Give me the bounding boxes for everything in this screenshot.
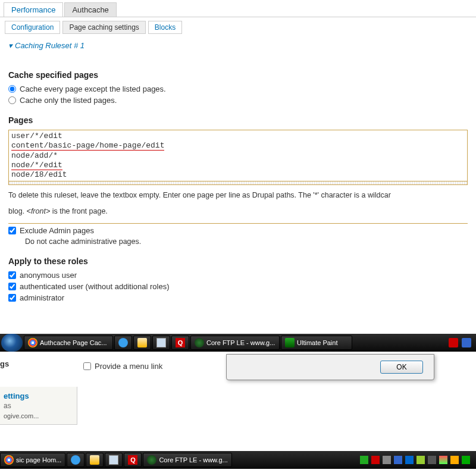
primary-tabs: Performance Authcache (0, 0, 476, 17)
task-coreftp-lower[interactable]: Core FTP LE - www.g... (143, 453, 232, 467)
task-ultimatepaint-label: Ultimate Paint (297, 339, 337, 346)
chrome-icon (4, 455, 14, 465)
task-ie-lower[interactable] (67, 453, 84, 467)
task-calc[interactable] (152, 336, 170, 350)
exclude-admin-desc: Do not cache administrative pages. (25, 237, 468, 246)
role-auth-label: authenticated user (without additional r… (20, 282, 169, 291)
pages-title: Pages (8, 115, 468, 125)
tray-upper (449, 338, 474, 347)
folder-icon (90, 455, 99, 465)
settings-url: ogive.com... (4, 412, 73, 419)
tray-lime-icon[interactable] (416, 456, 425, 464)
quicken-icon: Q (176, 338, 185, 347)
task-authcache-label: Authcache Page Cac... (40, 339, 107, 346)
ie-icon (71, 455, 80, 465)
start-button[interactable] (1, 334, 23, 352)
task-quicken[interactable]: Q (171, 336, 189, 350)
task-quicken-lower[interactable]: Q (124, 453, 142, 467)
radio-only-row[interactable]: Cache only the listed pages. (8, 96, 468, 105)
task-coreftp[interactable]: Core FTP LE - www.g... (190, 336, 280, 350)
tray-dark-icon[interactable] (428, 456, 436, 464)
pages-line-5: node/18/edit (11, 170, 465, 180)
checkbox-exclude-admin[interactable] (8, 227, 16, 234)
calculator-icon (109, 455, 118, 465)
tray-excel-icon[interactable] (462, 456, 470, 464)
ruleset-legend-text: Caching Ruleset # 1 (15, 41, 84, 50)
task-calc-lower[interactable] (105, 453, 123, 467)
tray-blue-icon[interactable] (394, 456, 402, 464)
textarea-resize-grip[interactable] (8, 181, 468, 185)
tray-gray-icon[interactable] (383, 456, 391, 464)
task-explorer[interactable] (133, 336, 151, 350)
ok-button[interactable]: OK (380, 361, 423, 374)
tray-red-icon[interactable] (371, 456, 380, 464)
radio-cache-except-label: Cache every page except the listed pages… (20, 84, 166, 93)
globe-icon (147, 455, 156, 465)
exclude-admin-row[interactable]: Exclude Admin pages (8, 226, 468, 235)
paint-icon (285, 338, 295, 347)
tray-green-icon[interactable] (360, 456, 368, 464)
settings-sidebar: ettings as ogive.com... (0, 387, 77, 425)
task-explorer-lower[interactable] (86, 453, 104, 467)
gs-label: gs (0, 359, 9, 368)
pages-line-2: content/basic-page/home-page/edit (11, 141, 465, 151)
ie-icon (118, 338, 128, 347)
subtab-page-caching[interactable]: Page caching settings (62, 21, 145, 34)
tray-lower (360, 456, 474, 464)
tray-blue2-icon[interactable] (405, 456, 414, 464)
pages-line-3: node/add/* (11, 151, 465, 161)
menu-link-label: Provide a menu link (95, 362, 162, 371)
taskbar-upper: Authcache Page Cac... Q Core FTP LE - ww… (0, 334, 476, 352)
chrome-icon (28, 338, 37, 347)
tray-multi-icon[interactable] (439, 456, 447, 464)
folder-icon (137, 338, 147, 347)
pages-help-2: blog. <front> is the front page. (8, 206, 468, 217)
pages-line-1: user/*/edit (11, 131, 465, 141)
ruleset-legend[interactable]: ▾ Caching Ruleset # 1 (0, 37, 476, 54)
tab-performance[interactable]: Performance (4, 2, 63, 17)
task-basicpage[interactable]: sic page Hom... (0, 453, 65, 467)
taskbar-lower: sic page Hom... Q Core FTP LE - www.g... (0, 451, 476, 469)
ruleset-content: Cache specified pages Cache every page e… (0, 54, 476, 311)
roles-title: Apply to these roles (8, 256, 468, 266)
task-coreftp-label: Core FTP LE - www.g... (206, 339, 275, 346)
checkbox-role-auth[interactable] (8, 283, 16, 290)
secondary-tabs: Configuration Page caching settings Bloc… (0, 17, 476, 37)
globe-icon (195, 338, 204, 347)
radio-cache-except[interactable] (8, 85, 16, 93)
cache-pages-title: Cache specified pages (8, 70, 468, 80)
radio-cache-only[interactable] (8, 96, 16, 104)
role-admin-row[interactable]: administrator (8, 293, 468, 302)
pages-line-4: node/*/edit (11, 161, 465, 170)
calculator-icon (156, 338, 166, 347)
exclude-admin-label: Exclude Admin pages (20, 226, 94, 235)
dialog-footer: OK (226, 354, 434, 380)
task-coreftp-lower-label: Core FTP LE - www.g... (159, 456, 227, 464)
task-ie[interactable] (114, 336, 132, 350)
radio-except-row[interactable]: Cache every page except the listed pages… (8, 84, 468, 93)
divider (8, 223, 468, 224)
settings-alias[interactable]: as (4, 402, 73, 410)
settings-title[interactable]: ettings (4, 392, 73, 400)
task-authcache[interactable]: Authcache Page Cac... (24, 336, 113, 350)
tray-orange-icon[interactable] (450, 456, 459, 464)
menu-link-row[interactable]: Provide a menu link (83, 362, 162, 371)
checkbox-role-anon[interactable] (8, 271, 16, 279)
checkbox-menu-link[interactable] (83, 362, 91, 370)
tray-red-icon[interactable] (449, 338, 458, 347)
caret-down-icon: ▾ (8, 41, 12, 50)
quicken-icon: Q (128, 455, 137, 465)
tab-authcache[interactable]: Authcache (64, 2, 116, 17)
task-basicpage-label: sic page Hom... (16, 456, 61, 464)
task-ultimatepaint[interactable]: Ultimate Paint (281, 336, 352, 350)
subtab-blocks[interactable]: Blocks (148, 21, 182, 34)
subtab-configuration[interactable]: Configuration (5, 21, 60, 34)
role-anon-row[interactable]: anonymous user (8, 271, 468, 280)
radio-cache-only-label: Cache only the listed pages. (20, 96, 117, 105)
pages-textarea[interactable]: user/*/edit content/basic-page/home-page… (8, 130, 468, 181)
role-admin-label: administrator (20, 293, 64, 302)
tray-blue-icon[interactable] (462, 338, 471, 347)
role-auth-row[interactable]: authenticated user (without additional r… (8, 282, 468, 291)
checkbox-role-admin[interactable] (8, 294, 16, 302)
pages-help-1: To delete this ruleset, leave the textbo… (8, 190, 468, 201)
